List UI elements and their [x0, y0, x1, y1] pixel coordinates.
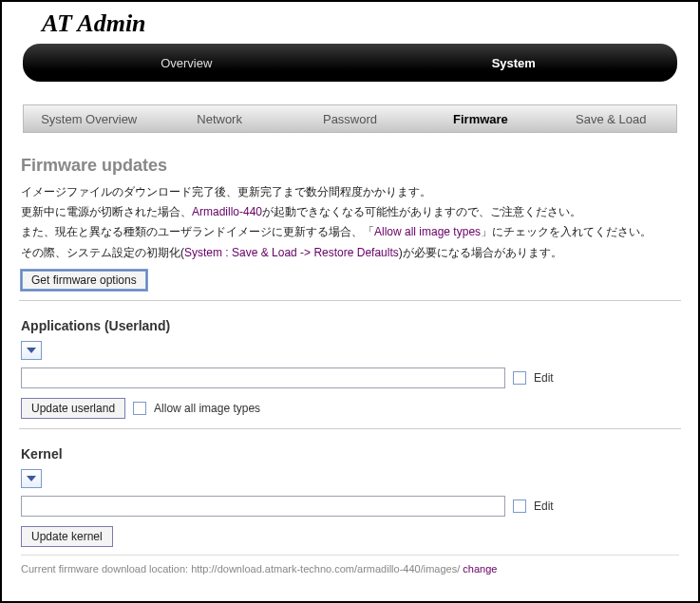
- footer-url: http://download.atmark-techno.com/armadi…: [191, 563, 460, 575]
- footer: Current firmware download location: http…: [21, 555, 679, 575]
- firmware-desc-1: イメージファイルのダウンロード完了後、更新完了まで数分間程度かかります。: [21, 183, 681, 201]
- userland-path-input[interactable]: [21, 367, 505, 388]
- sub-tabs: System Overview Network Password Firmwar…: [23, 104, 677, 133]
- text: 」にチェックを入れてください。: [481, 225, 652, 238]
- section-title-firmware: Firmware updates: [21, 156, 681, 176]
- kernel-edit-checkbox[interactable]: [513, 499, 526, 513]
- text: また、現在と異なる種類のユーザランドイメージに更新する場合、「: [21, 225, 374, 238]
- footer-prefix: Current firmware download location:: [21, 563, 191, 575]
- subtab-system-overview[interactable]: System Overview: [24, 112, 154, 126]
- text: )が必要になる場合があります。: [399, 246, 562, 259]
- subtab-save-load[interactable]: Save & Load: [546, 112, 676, 126]
- kernel-edit-label: Edit: [534, 499, 554, 513]
- text: その際、システム設定の初期化(: [21, 246, 184, 259]
- highlight-allow: Allow all image types: [374, 225, 481, 238]
- update-userland-button[interactable]: Update userland: [21, 398, 125, 419]
- kernel-path-input[interactable]: [21, 496, 505, 517]
- text: が起動できなくなる可能性がありますので、ご注意ください。: [262, 205, 581, 218]
- kernel-heading: Kernel: [21, 446, 681, 462]
- userland-edit-label: Edit: [534, 371, 554, 385]
- userland-heading: Applications (Userland): [21, 318, 681, 333]
- tab-overview[interactable]: Overview: [23, 56, 350, 70]
- text: 更新中に電源が切断された場合、: [21, 205, 192, 218]
- userland-edit-checkbox[interactable]: [513, 371, 526, 385]
- divider: [19, 428, 681, 429]
- tab-system[interactable]: System: [350, 56, 678, 70]
- allow-all-image-types-checkbox[interactable]: [133, 402, 146, 415]
- firmware-desc-2: 更新中に電源が切断された場合、Armadillo-440が起動できなくなる可能性…: [21, 203, 681, 221]
- divider: [19, 300, 681, 301]
- firmware-desc-4: その際、システム設定の初期化(System : Save & Load -> R…: [21, 244, 681, 262]
- userland-select[interactable]: [21, 341, 42, 360]
- main-tabs: Overview System: [23, 44, 677, 82]
- highlight-device: Armadillo-440: [192, 205, 262, 218]
- kernel-select[interactable]: [21, 469, 42, 488]
- highlight-restore: System : Save & Load -> Restore Defaults: [184, 246, 399, 259]
- change-location-link[interactable]: change: [463, 563, 497, 575]
- update-kernel-button[interactable]: Update kernel: [21, 526, 113, 547]
- get-firmware-options-button[interactable]: Get firmware options: [21, 270, 147, 291]
- chevron-down-icon: [27, 348, 36, 353]
- subtab-firmware[interactable]: Firmware: [415, 112, 545, 126]
- chevron-down-icon: [27, 476, 36, 481]
- firmware-desc-3: また、現在と異なる種類のユーザランドイメージに更新する場合、「Allow all…: [21, 223, 681, 241]
- subtab-password[interactable]: Password: [285, 112, 415, 126]
- allow-all-image-types-label: Allow all image types: [154, 402, 260, 415]
- subtab-network[interactable]: Network: [154, 112, 284, 126]
- brand-logo: AT Admin: [19, 2, 681, 44]
